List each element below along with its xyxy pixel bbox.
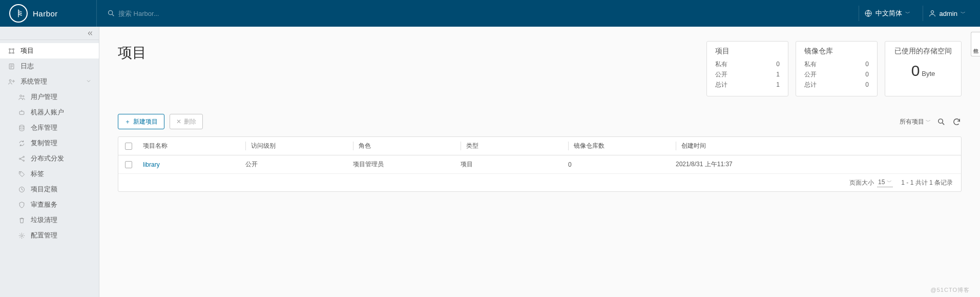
stat-card-projects: 项目 私有0 公开1 总计1 [706, 41, 788, 96]
watermark: @51CTO博客 [931, 286, 970, 294]
sidebar-item-interrogation[interactable]: 审查服务 [0, 197, 99, 212]
filter-label: 所有项目 [900, 117, 924, 126]
table-toolbar: ＋ 新建项目 ✕ 删除 所有项目 ﹀ [118, 114, 962, 129]
stat-cards: 项目 私有0 公开1 总计1 镜像仓库 私有0 公开0 总计0 已使用的存储空间… [706, 41, 962, 96]
sidebar-item-label: 审查服务 [31, 200, 57, 209]
sidebar-item-robot[interactable]: 机器人账户 [0, 105, 99, 120]
page-title: 项目 [118, 41, 147, 63]
cell-type: 项目 [461, 161, 473, 168]
col-name[interactable]: 项目名称 [143, 142, 168, 149]
chevron-down-icon: ﹀ [961, 10, 966, 17]
col-type[interactable]: 类型 [461, 142, 478, 150]
button-label: 删除 [184, 117, 196, 126]
svg-point-5 [9, 52, 10, 54]
robot-icon [17, 109, 26, 116]
table-footer: 页面大小 15 ﹀ 1 - 1 共计 1 条记录 [118, 174, 961, 191]
sidebar-item-labels[interactable]: 标签 [0, 166, 99, 182]
plus-icon: ＋ [124, 117, 131, 126]
sidebar-item-users[interactable]: 用户管理 [0, 89, 99, 105]
stat-value: 0 [776, 59, 780, 69]
sidebar-nav: 项目 日志 系统管理 用户管理 机器人账户 仓库管理 复制管理 分布式分发 标签… [0, 40, 99, 243]
sidebar-item-sysadmin[interactable]: 系统管理 [0, 74, 99, 89]
sidebar-item-projects[interactable]: 项目 [0, 43, 99, 58]
trash-icon [17, 216, 26, 224]
new-project-button[interactable]: ＋ 新建项目 [118, 114, 164, 129]
svg-rect-12 [19, 111, 24, 114]
project-link[interactable]: library [143, 161, 160, 168]
sidebar-item-label: 垃圾清理 [31, 215, 57, 225]
svg-point-4 [13, 48, 14, 50]
globe-icon [864, 9, 872, 17]
refresh-button[interactable] [951, 116, 962, 127]
project-filter[interactable]: 所有项目 ﹀ [900, 117, 931, 126]
svg-point-16 [23, 160, 25, 162]
stat-card-repos: 镜像仓库 私有0 公开0 总计0 [796, 41, 878, 96]
sidebar-item-quota[interactable]: 项目定额 [0, 182, 99, 197]
card-title: 已使用的存储空间 [893, 47, 953, 56]
sidebar-collapse[interactable] [0, 27, 99, 40]
sidebar-item-label: 配置管理 [31, 231, 57, 240]
cell-access: 公开 [245, 161, 258, 168]
stat-label: 私有 [804, 59, 817, 69]
table-row[interactable]: library 公开 项目管理员 项目 0 2021/8/31 上午11:37 [118, 155, 961, 174]
chevron-down-icon: ﹀ [887, 179, 892, 186]
storage-value: 0 [911, 62, 920, 80]
user-label: admin [940, 10, 957, 17]
sidebar-item-replication[interactable]: 复制管理 [0, 135, 99, 151]
header-right: 中文简体 ﹀ admin ﹀ [859, 6, 971, 21]
sidebar-item-label: 用户管理 [31, 92, 57, 102]
quota-icon [17, 186, 26, 193]
app-header: Harbor 中文简体 ﹀ admin ﹀ [0, 0, 980, 27]
sidebar-item-gc[interactable]: 垃圾清理 [0, 212, 99, 228]
stat-value: 0 [865, 80, 869, 90]
row-checkbox[interactable] [125, 161, 132, 168]
stat-value: 0 [865, 59, 869, 69]
col-access[interactable]: 访问级别 [245, 142, 276, 150]
brand[interactable]: Harbor [9, 4, 96, 23]
x-icon: ✕ [176, 118, 181, 125]
svg-point-3 [9, 48, 10, 50]
svg-point-19 [20, 234, 23, 236]
col-role[interactable]: 角色 [353, 142, 371, 150]
tag-icon [17, 170, 26, 178]
chevron-down-icon: ﹀ [926, 118, 931, 125]
users-icon [17, 93, 26, 101]
sidebar-item-logs[interactable]: 日志 [0, 58, 99, 74]
stat-value: 1 [776, 69, 780, 80]
sidebar-item-distribution[interactable]: 分布式分发 [0, 151, 99, 166]
col-repo-count[interactable]: 镜像仓库数 [568, 142, 604, 150]
select-all-checkbox[interactable] [125, 143, 132, 150]
svg-point-14 [19, 158, 20, 160]
sidebar-item-config[interactable]: 配置管理 [0, 228, 99, 243]
svg-point-11 [23, 95, 24, 97]
user-menu[interactable]: admin ﹀ [923, 6, 971, 21]
svg-point-13 [19, 125, 24, 127]
stat-label: 总计 [715, 80, 727, 90]
gear-icon [17, 232, 26, 240]
sidebar-item-label: 机器人账户 [31, 108, 64, 117]
svg-point-9 [13, 81, 14, 82]
svg-point-15 [23, 156, 25, 157]
col-created[interactable]: 创建时间 [676, 142, 706, 150]
sidebar-item-label: 标签 [31, 169, 44, 179]
edge-promo-tab[interactable]: 抢红包 [971, 32, 980, 56]
page-size-label: 页面大小 [849, 179, 874, 187]
chevron-down-icon [86, 78, 92, 86]
svg-point-2 [931, 11, 933, 13]
delete-button: ✕ 删除 [170, 114, 203, 129]
global-search[interactable] [96, 0, 859, 27]
search-icon [107, 9, 115, 17]
projects-icon [7, 47, 15, 55]
sidebar-item-registries[interactable]: 仓库管理 [0, 120, 99, 135]
user-icon [928, 9, 936, 17]
card-title: 镜像仓库 [804, 47, 869, 56]
stat-card-storage: 已使用的存储空间 0Byte [885, 41, 962, 96]
page-size-select[interactable]: 15 ﹀ [877, 179, 893, 187]
cell-role: 项目管理员 [353, 161, 384, 168]
storage-unit: Byte [922, 70, 935, 77]
search-input[interactable] [115, 8, 238, 19]
card-title: 项目 [715, 47, 780, 56]
search-button[interactable] [936, 116, 946, 127]
svg-point-8 [9, 80, 11, 82]
language-selector[interactable]: 中文简体 ﹀ [859, 6, 915, 21]
